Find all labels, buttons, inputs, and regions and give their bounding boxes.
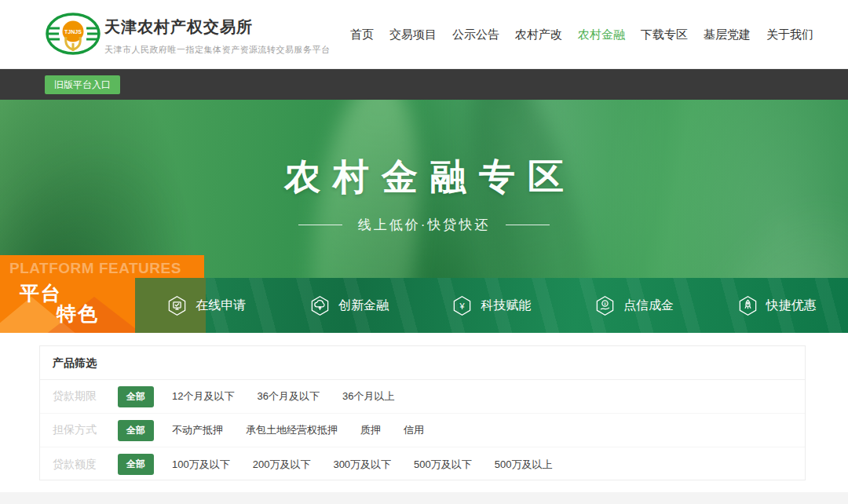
tab-online-apply[interactable]: 在线申请 (135, 278, 278, 333)
nav-item-about-us[interactable]: 关于我们 (766, 27, 813, 42)
logo-emblem-icon: TJNJS (45, 9, 101, 60)
tab-credit-gold[interactable]: ¥ 点信成金 (563, 278, 706, 333)
filter-card-title: 产品筛选 (40, 346, 805, 380)
filter-row-loan-term: 贷款期限 全部 12个月及以下 36个月及以下 36个月以上 (40, 380, 805, 414)
nav-item-rural-finance[interactable]: 农村金融 (578, 27, 625, 42)
innovation-finance-icon (309, 295, 331, 316)
nav-item-home[interactable]: 首页 (350, 27, 374, 42)
banner-subtitle: 线上低价·快贷快还 (358, 216, 491, 234)
brand-block: 天津农村产权交易所 天津市人民政府唯一指定集体资产资源流转交易服务平台 (104, 16, 331, 56)
footer-strip (0, 492, 848, 504)
online-apply-icon (166, 295, 188, 316)
filter-option[interactable]: 300万及以下 (333, 458, 391, 472)
filter-label-guarantee-type: 担保方式 (53, 423, 108, 437)
feature-tab-strip: 在线申请 创新金融 ¥ 科技赋能 (135, 278, 848, 333)
brand-subtitle: 天津市人民政府唯一指定集体资产资源流转交易服务平台 (104, 44, 331, 56)
tab-label: 快捷优惠 (766, 298, 817, 314)
product-filter-card: 产品筛选 贷款期限 全部 12个月及以下 36个月及以下 36个月以上 担保方式… (39, 345, 806, 480)
svg-text:¥: ¥ (459, 301, 466, 310)
subtitle-line-right (506, 225, 550, 225)
quick-discount-icon (737, 295, 758, 316)
filter-option[interactable]: 不动产抵押 (172, 423, 223, 437)
tab-quick-discount[interactable]: 快捷优惠 (705, 278, 848, 333)
filter-all-button[interactable]: 全部 (118, 386, 154, 407)
tab-innovation-finance[interactable]: 创新金融 (278, 278, 421, 333)
filter-option[interactable]: 200万及以下 (253, 458, 311, 472)
filter-label-loan-term: 贷款期限 (53, 389, 108, 404)
subtitle-line-left (298, 225, 342, 225)
nav-item-rural-reform[interactable]: 农村产改 (515, 27, 562, 42)
filter-option[interactable]: 500万及以下 (414, 458, 472, 472)
features-eyebrow: PLATFORM FEATURES (9, 260, 245, 277)
svg-text:¥: ¥ (604, 301, 607, 305)
filter-option[interactable]: 12个月及以下 (172, 389, 234, 404)
features-title-line2: 特色 (57, 301, 99, 327)
logo-badge-text: TJNJS (64, 29, 82, 35)
features-title-line1: 平台 (20, 280, 62, 306)
tab-label: 在线申请 (196, 298, 246, 314)
filter-option[interactable]: 承包土地经营权抵押 (246, 423, 338, 437)
tab-label: 科技赋能 (481, 298, 531, 314)
filter-label-loan-amount: 贷款额度 (53, 458, 108, 472)
banner-title: 农村金融专区 (0, 153, 848, 202)
filter-row-guarantee-type: 担保方式 全部 不动产抵押 承包土地经营权抵押 质押 信用 (40, 414, 805, 447)
main-nav: 首页 交易项目 公示公告 农村产改 农村金融 下载专区 基层党建 关于我们 (350, 0, 813, 69)
filter-option[interactable]: 100万及以下 (172, 458, 230, 472)
old-platform-entry-button[interactable]: 旧版平台入口 (45, 75, 120, 94)
credit-gold-icon: ¥ (594, 295, 616, 316)
nav-item-downloads[interactable]: 下载专区 (641, 27, 688, 42)
filter-option[interactable]: 36个月以上 (342, 389, 394, 404)
site-logo: TJNJS (45, 9, 101, 64)
nav-item-trade-projects[interactable]: 交易项目 (389, 27, 437, 42)
nav-item-announcements[interactable]: 公示公告 (452, 27, 499, 42)
banner-subtitle-row: 线上低价·快贷快还 (0, 216, 848, 234)
nav-item-party-building[interactable]: 基层党建 (704, 27, 751, 42)
filter-option[interactable]: 信用 (404, 423, 424, 437)
tab-tech-empowerment[interactable]: ¥ 科技赋能 (420, 278, 563, 333)
hero-banner: 农村金融专区 线上低价·快贷快还 在线申请 (0, 100, 848, 333)
filter-option[interactable]: 500万及以上 (495, 458, 553, 472)
filter-all-button[interactable]: 全部 (118, 454, 154, 475)
site-header: TJNJS 天津农村产权交易所 天津市人民政府唯一指定集体资产资源流转交易服务平… (0, 0, 848, 69)
filter-option[interactable]: 36个月及以下 (257, 389, 319, 404)
filter-all-button[interactable]: 全部 (118, 420, 154, 441)
filter-option[interactable]: 质押 (360, 423, 381, 437)
brand-title: 天津农村产权交易所 (104, 16, 331, 38)
tab-label: 点信成金 (623, 298, 674, 314)
filter-row-loan-amount: 贷款额度 全部 100万及以下 200万及以下 300万及以下 500万及以下 … (40, 447, 805, 481)
secondary-bar: 旧版平台入口 (0, 69, 848, 100)
tab-label: 创新金融 (338, 298, 389, 314)
tech-empowerment-icon: ¥ (451, 295, 473, 316)
